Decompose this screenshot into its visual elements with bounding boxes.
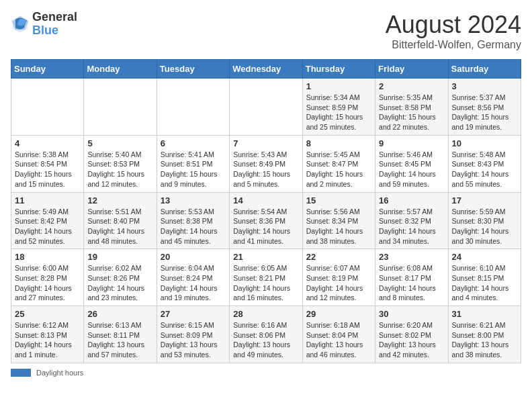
calendar-cell: 20Sunrise: 6:04 AMSunset: 8:24 PMDayligh… (157, 249, 229, 306)
day-number: 24 (452, 252, 517, 262)
calendar-cell: 18Sunrise: 6:00 AMSunset: 8:28 PMDayligh… (11, 249, 84, 306)
calendar-cell: 2Sunrise: 5:35 AMSunset: 8:58 PMDaylight… (375, 79, 448, 136)
day-number: 12 (87, 195, 152, 205)
day-info: Sunrise: 6:15 AMSunset: 8:09 PMDaylight:… (161, 320, 226, 360)
day-number: 14 (233, 195, 298, 205)
day-info: Sunrise: 5:37 AMSunset: 8:56 PMDaylight:… (452, 93, 517, 132)
calendar-cell: 17Sunrise: 5:59 AMSunset: 8:30 PMDayligh… (448, 192, 521, 249)
calendar-header: SundayMondayTuesdayWednesdayThursdayFrid… (11, 60, 521, 79)
day-number: 28 (233, 309, 298, 319)
calendar-cell: 4Sunrise: 5:38 AMSunset: 8:54 PMDaylight… (11, 135, 84, 192)
calendar-cell (230, 79, 302, 136)
day-info: Sunrise: 5:43 AMSunset: 8:49 PMDaylight:… (233, 150, 298, 189)
day-info: Sunrise: 6:12 AMSunset: 8:13 PMDaylight:… (15, 320, 80, 360)
day-number: 31 (452, 309, 517, 319)
calendar-cell: 15Sunrise: 5:56 AMSunset: 8:34 PMDayligh… (302, 192, 375, 249)
day-info: Sunrise: 6:00 AMSunset: 8:28 PMDaylight:… (15, 263, 80, 303)
calendar-cell: 29Sunrise: 6:18 AMSunset: 8:04 PMDayligh… (302, 306, 375, 363)
day-number: 17 (452, 195, 517, 205)
day-number: 3 (452, 81, 517, 91)
day-number: 8 (306, 138, 371, 148)
main-title: August 2024 (386, 11, 521, 39)
day-number: 26 (87, 309, 152, 319)
logo-text: General Blue (32, 11, 77, 38)
day-number: 23 (379, 252, 444, 262)
calendar-cell: 28Sunrise: 6:16 AMSunset: 8:06 PMDayligh… (230, 306, 302, 363)
day-number: 5 (87, 138, 152, 148)
day-info: Sunrise: 5:51 AMSunset: 8:40 PMDaylight:… (87, 207, 152, 246)
day-number: 18 (15, 252, 80, 262)
calendar-cell (84, 79, 157, 136)
calendar-cell: 31Sunrise: 6:21 AMSunset: 8:00 PMDayligh… (448, 306, 521, 363)
day-number: 19 (87, 252, 152, 262)
logo-general: General (32, 11, 77, 24)
day-header-sunday: Sunday (11, 60, 84, 79)
day-info: Sunrise: 5:46 AMSunset: 8:45 PMDaylight:… (379, 150, 444, 189)
generalblue-icon (11, 15, 30, 34)
calendar-cell: 9Sunrise: 5:46 AMSunset: 8:45 PMDaylight… (375, 135, 448, 192)
calendar-cell (157, 79, 229, 136)
title-block: August 2024 Bitterfeld-Wolfen, Germany (386, 11, 521, 51)
calendar-cell: 30Sunrise: 6:20 AMSunset: 8:02 PMDayligh… (375, 306, 448, 363)
day-info: Sunrise: 5:45 AMSunset: 8:47 PMDaylight:… (306, 150, 371, 189)
day-number: 16 (379, 195, 444, 205)
daylight-swatch (11, 369, 31, 377)
calendar-cell: 26Sunrise: 6:13 AMSunset: 8:11 PMDayligh… (84, 306, 157, 363)
day-number: 22 (306, 252, 371, 262)
logo: General Blue (11, 11, 77, 38)
logo-blue: Blue (32, 24, 77, 38)
day-number: 13 (161, 195, 226, 205)
day-info: Sunrise: 5:35 AMSunset: 8:58 PMDaylight:… (379, 93, 444, 132)
calendar-cell: 1Sunrise: 5:34 AMSunset: 8:59 PMDaylight… (302, 79, 375, 136)
calendar-cell: 21Sunrise: 6:05 AMSunset: 8:21 PMDayligh… (230, 249, 302, 306)
calendar-cell: 14Sunrise: 5:54 AMSunset: 8:36 PMDayligh… (230, 192, 302, 249)
calendar-cell (11, 79, 84, 136)
day-info: Sunrise: 6:07 AMSunset: 8:19 PMDaylight:… (306, 263, 371, 303)
day-info: Sunrise: 5:59 AMSunset: 8:30 PMDaylight:… (452, 207, 517, 246)
day-header-tuesday: Tuesday (157, 60, 229, 79)
calendar-cell: 11Sunrise: 5:49 AMSunset: 8:42 PMDayligh… (11, 192, 84, 249)
day-number: 25 (15, 309, 80, 319)
day-info: Sunrise: 5:38 AMSunset: 8:54 PMDaylight:… (15, 150, 80, 189)
calendar-cell: 23Sunrise: 6:08 AMSunset: 8:17 PMDayligh… (375, 249, 448, 306)
day-number: 1 (306, 81, 371, 91)
calendar-cell: 7Sunrise: 5:43 AMSunset: 8:49 PMDaylight… (230, 135, 302, 192)
calendar-cell: 19Sunrise: 6:02 AMSunset: 8:26 PMDayligh… (84, 249, 157, 306)
day-info: Sunrise: 5:49 AMSunset: 8:42 PMDaylight:… (15, 207, 80, 246)
day-header-monday: Monday (84, 60, 157, 79)
day-number: 29 (306, 309, 371, 319)
day-info: Sunrise: 6:02 AMSunset: 8:26 PMDaylight:… (87, 263, 152, 303)
day-number: 6 (161, 138, 226, 148)
day-info: Sunrise: 5:41 AMSunset: 8:51 PMDaylight:… (161, 150, 226, 189)
day-info: Sunrise: 6:04 AMSunset: 8:24 PMDaylight:… (161, 263, 226, 303)
day-info: Sunrise: 5:53 AMSunset: 8:38 PMDaylight:… (161, 207, 226, 246)
day-info: Sunrise: 5:56 AMSunset: 8:34 PMDaylight:… (306, 207, 371, 246)
day-header-thursday: Thursday (302, 60, 375, 79)
subtitle: Bitterfeld-Wolfen, Germany (386, 39, 521, 51)
day-info: Sunrise: 6:18 AMSunset: 8:04 PMDaylight:… (306, 320, 371, 360)
day-number: 15 (306, 195, 371, 205)
calendar-cell: 8Sunrise: 5:45 AMSunset: 8:47 PMDaylight… (302, 135, 375, 192)
page-header: General Blue August 2024 Bitterfeld-Wolf… (11, 11, 521, 51)
day-info: Sunrise: 5:54 AMSunset: 8:36 PMDaylight:… (233, 207, 298, 246)
day-info: Sunrise: 5:48 AMSunset: 8:43 PMDaylight:… (452, 150, 517, 189)
footer: Daylight hours (11, 369, 521, 377)
day-info: Sunrise: 5:40 AMSunset: 8:53 PMDaylight:… (87, 150, 152, 189)
calendar-cell: 25Sunrise: 6:12 AMSunset: 8:13 PMDayligh… (11, 306, 84, 363)
day-number: 2 (379, 81, 444, 91)
calendar-cell: 12Sunrise: 5:51 AMSunset: 8:40 PMDayligh… (84, 192, 157, 249)
day-header-saturday: Saturday (448, 60, 521, 79)
day-info: Sunrise: 6:08 AMSunset: 8:17 PMDaylight:… (379, 263, 444, 303)
calendar-cell: 5Sunrise: 5:40 AMSunset: 8:53 PMDaylight… (84, 135, 157, 192)
day-number: 20 (161, 252, 226, 262)
day-number: 10 (452, 138, 517, 148)
calendar-cell: 13Sunrise: 5:53 AMSunset: 8:38 PMDayligh… (157, 192, 229, 249)
calendar-cell: 16Sunrise: 5:57 AMSunset: 8:32 PMDayligh… (375, 192, 448, 249)
day-info: Sunrise: 5:57 AMSunset: 8:32 PMDaylight:… (379, 207, 444, 246)
day-number: 9 (379, 138, 444, 148)
calendar-cell: 3Sunrise: 5:37 AMSunset: 8:56 PMDaylight… (448, 79, 521, 136)
day-info: Sunrise: 6:10 AMSunset: 8:15 PMDaylight:… (452, 263, 517, 303)
calendar-cell: 24Sunrise: 6:10 AMSunset: 8:15 PMDayligh… (448, 249, 521, 306)
day-info: Sunrise: 5:34 AMSunset: 8:59 PMDaylight:… (306, 93, 371, 132)
day-number: 7 (233, 138, 298, 148)
